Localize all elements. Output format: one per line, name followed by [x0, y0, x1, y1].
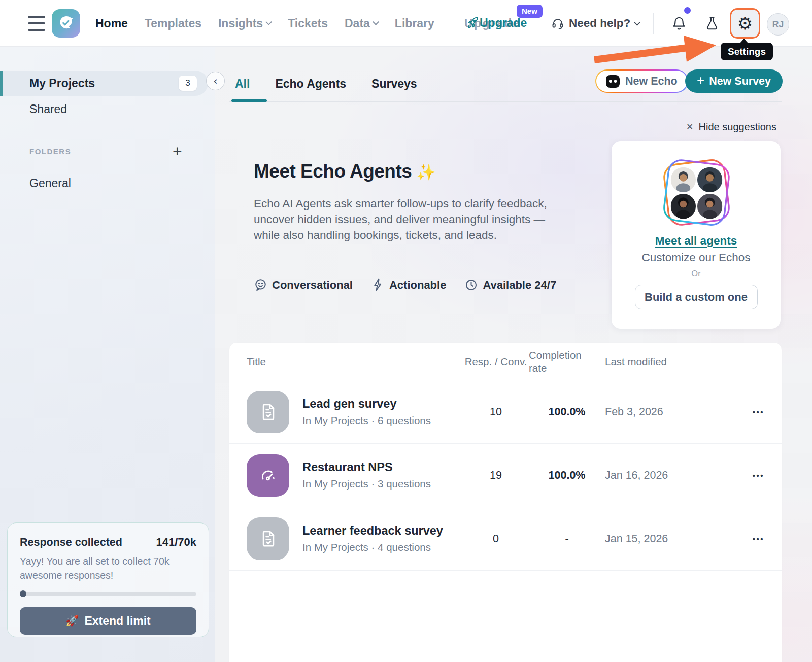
- survey-meta: In My Projects · 3 questions: [302, 478, 431, 490]
- flask-icon: [704, 15, 720, 31]
- feature-available: Available 24/7: [464, 278, 556, 292]
- clock-icon: [464, 278, 478, 292]
- row-menu-button[interactable]: •••: [732, 408, 764, 416]
- echo-agents-suggestion-card: Meet all agents Customize our Echos Or B…: [612, 141, 781, 329]
- feature-label: Conversational: [272, 278, 353, 292]
- table-row[interactable]: Learner feedback survey In My Projects ·…: [229, 507, 782, 571]
- tab-surveys[interactable]: Surveys: [371, 77, 417, 91]
- nav-item-library[interactable]: Library: [395, 17, 434, 30]
- survey-title: Learner feedback survey: [302, 524, 443, 538]
- survey-doc-icon: [247, 517, 289, 560]
- survey-doc-icon: [247, 391, 289, 433]
- feature-actionable: Actionable: [371, 278, 446, 292]
- completion-rate: 100.0%: [529, 406, 605, 419]
- response-usage-card: Response collected 141/70k Yayy! You are…: [7, 522, 209, 637]
- nav-item-home[interactable]: Home: [95, 17, 128, 30]
- usage-message: Yayy! You are all set to collect 70k awe…: [20, 554, 190, 582]
- panel-subtitle: Customize our Echos: [642, 251, 751, 264]
- usage-count: 141/70k: [156, 536, 196, 549]
- folders-heading: FOLDERS: [29, 147, 71, 156]
- table-header-row: Title Resp. / Conv. Completion rate Last…: [229, 343, 782, 380]
- new-echo-label: New Echo: [625, 75, 678, 88]
- chevron-left-icon: ‹: [213, 75, 217, 87]
- build-custom-agent-button[interactable]: Build a custom one: [635, 285, 758, 309]
- labs-button[interactable]: [704, 15, 720, 31]
- last-modified-date: Jan 16, 2026: [605, 469, 732, 482]
- plus-icon: +: [697, 73, 704, 88]
- echo-robot-icon: [606, 75, 620, 88]
- tabs-border: [229, 101, 782, 102]
- feature-label: Available 24/7: [483, 278, 556, 292]
- hero-description: Echo AI Agents ask smarter follow-ups to…: [254, 196, 554, 243]
- new-survey-label: New Survey: [709, 75, 771, 88]
- sidebar-item-shared[interactable]: Shared: [29, 102, 67, 116]
- nav-item-templates[interactable]: Templates: [145, 17, 201, 30]
- folders-section-header: FOLDERS +: [0, 146, 215, 159]
- meet-all-agents-link[interactable]: Meet all agents: [655, 234, 737, 248]
- nav-item-tickets[interactable]: Tickets: [288, 17, 328, 30]
- column-header-modified: Last modified: [605, 356, 732, 368]
- user-avatar[interactable]: RJ: [767, 13, 789, 36]
- top-navbar: Home Templates Insights Tickets Data Lib…: [0, 0, 812, 47]
- nps-gauge-icon: [247, 454, 289, 497]
- navbar-divider: [653, 13, 654, 34]
- feature-label: Actionable: [389, 278, 446, 292]
- agents-avatar-collage: [656, 152, 736, 232]
- content-tabs: All Echo Agents Surveys: [235, 71, 417, 96]
- page-title: Meet Echo Agents✨: [254, 161, 436, 182]
- settings-button[interactable]: ⚙: [730, 8, 760, 39]
- row-menu-button[interactable]: •••: [732, 471, 764, 480]
- row-menu-button[interactable]: •••: [732, 535, 764, 543]
- hide-suggestions-button[interactable]: × Hide suggestions: [687, 120, 776, 133]
- nav-item-data[interactable]: Data: [345, 17, 378, 30]
- upgrade-label: Upgrade: [480, 16, 527, 30]
- table-row[interactable]: Restaurant NPS In My Projects · 3 questi…: [229, 444, 782, 507]
- folders-divider-line: [76, 152, 167, 152]
- completion-rate: 100.0%: [529, 469, 605, 482]
- avatar-initials: RJ: [772, 19, 784, 30]
- sidebar-collapse-button[interactable]: ‹: [206, 72, 225, 90]
- last-modified-date: Feb 3, 2026: [605, 406, 732, 419]
- surveys-table: Title Resp. / Conv. Completion rate Last…: [229, 343, 782, 662]
- tab-all[interactable]: All: [235, 77, 250, 91]
- notification-dot: [684, 7, 691, 14]
- responses-count: 10: [463, 406, 529, 419]
- table-row[interactable]: Lead gen survey In My Projects · 6 quest…: [229, 380, 782, 444]
- chevron-down-icon: [634, 19, 640, 26]
- responses-count: 19: [463, 469, 529, 482]
- new-survey-button[interactable]: + New Survey: [685, 69, 783, 93]
- add-folder-button[interactable]: +: [173, 142, 182, 161]
- nav-item-insights[interactable]: Insights: [218, 17, 271, 30]
- survey-title: Restaurant NPS: [302, 461, 431, 474]
- tab-echo-agents[interactable]: Echo Agents: [275, 77, 346, 91]
- bell-icon: [671, 15, 687, 31]
- chevron-down-icon: [265, 19, 272, 25]
- usage-title: Response collected: [20, 536, 122, 549]
- my-projects-label: My Projects: [29, 77, 95, 90]
- need-help-label: Need help?: [569, 17, 630, 30]
- headset-icon: [551, 17, 564, 30]
- smiley-chat-icon: [254, 278, 267, 292]
- lightning-icon: [371, 278, 385, 292]
- rocket-icon: 🚀: [65, 615, 79, 627]
- new-echo-button[interactable]: New Echo: [595, 69, 688, 93]
- column-header-completion: Completion rate: [529, 349, 593, 375]
- need-help-menu[interactable]: Need help?: [551, 0, 639, 47]
- new-badge: New: [517, 5, 543, 18]
- active-accent-bar: [0, 71, 3, 96]
- brand-logo[interactable]: [52, 9, 80, 38]
- rocket-icon: [466, 16, 480, 29]
- extend-limit-button[interactable]: 🚀 Extend limit: [20, 607, 196, 635]
- sidebar-item-general[interactable]: General: [29, 177, 71, 190]
- settings-tooltip: Settings: [721, 43, 773, 60]
- notifications-bell-button[interactable]: [671, 15, 687, 31]
- column-header-responses: Resp. / Conv.: [463, 356, 529, 368]
- feature-conversational: Conversational: [254, 278, 353, 292]
- hide-suggestions-label: Hide suggestions: [699, 121, 776, 133]
- last-modified-date: Jan 15, 2026: [605, 533, 732, 545]
- sparrow-bird-icon: [56, 14, 76, 33]
- hamburger-menu-icon[interactable]: [28, 16, 45, 31]
- column-header-title: Title: [247, 356, 463, 368]
- panel-or-divider: Or: [691, 269, 700, 278]
- sidebar-item-my-projects[interactable]: My Projects 3: [0, 71, 208, 96]
